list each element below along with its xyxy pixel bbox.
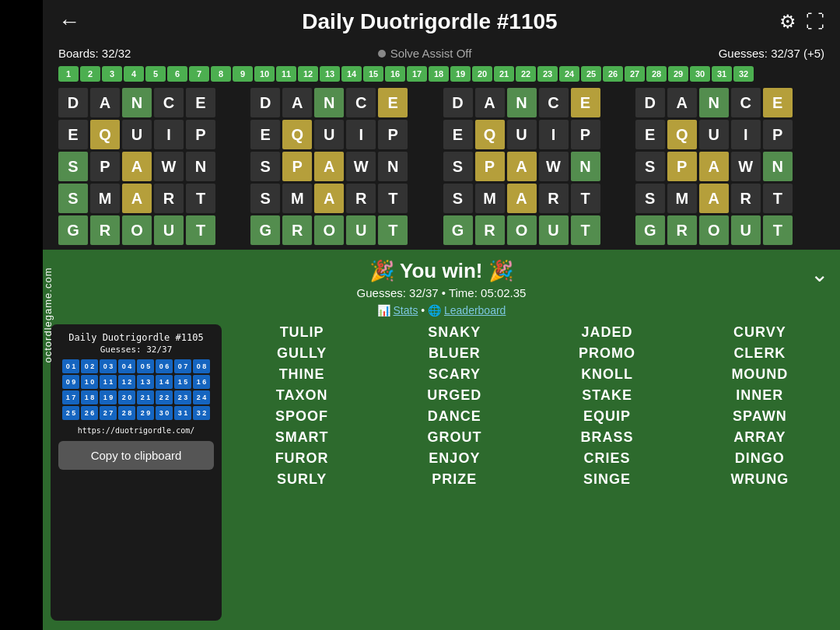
- board-num-8[interactable]: 8: [211, 66, 231, 82]
- mini-cell: 1 6: [193, 375, 210, 389]
- word-item: PRIZE: [382, 471, 527, 488]
- board-num-24[interactable]: 24: [559, 66, 579, 82]
- word-row: EQUIP: [443, 120, 632, 149]
- board-num-23[interactable]: 23: [537, 66, 558, 82]
- word-item: EQUIP: [535, 408, 680, 425]
- board-num-15[interactable]: 15: [363, 66, 383, 82]
- board-num-28[interactable]: 28: [646, 66, 667, 82]
- board-num-9[interactable]: 9: [233, 66, 253, 82]
- letter-cell: R: [731, 184, 761, 213]
- board-num-31[interactable]: 31: [712, 66, 732, 82]
- letter-cell: N: [186, 152, 215, 181]
- word-row: SPAWN: [58, 152, 247, 181]
- word-item: URGED: [382, 387, 527, 404]
- letter-cell: P: [667, 152, 697, 181]
- word-row: SPAWN: [443, 152, 632, 181]
- letter-cell: A: [282, 88, 312, 117]
- fullscreen-icon[interactable]: ⛶: [806, 11, 824, 33]
- board-num-25[interactable]: 25: [581, 66, 601, 82]
- board-num-18[interactable]: 18: [429, 66, 449, 82]
- clipboard-title: Daily Duotrigordle #1105: [68, 332, 203, 343]
- board-num-7[interactable]: 7: [189, 66, 209, 82]
- board-num-2[interactable]: 2: [80, 66, 100, 82]
- board-num-1[interactable]: 1: [58, 66, 79, 82]
- letter-cell: P: [378, 120, 408, 149]
- word-item: BRASS: [535, 429, 680, 446]
- board-num-20[interactable]: 20: [472, 66, 492, 82]
- header: ← Daily Duotrigordle #1105 ⚙ ⛶: [43, 0, 840, 44]
- word-row: DANCE: [635, 88, 824, 117]
- win-title: 🎉 You win! 🎉: [51, 259, 832, 283]
- word-item: MOUND: [688, 366, 832, 383]
- letter-cell: S: [250, 152, 280, 181]
- board-num-11[interactable]: 11: [276, 66, 296, 82]
- word-row: DANCE: [250, 88, 439, 117]
- settings-icon[interactable]: ⚙: [779, 11, 796, 33]
- board-num-32[interactable]: 32: [733, 66, 754, 82]
- word-item: WRUNG: [688, 471, 832, 488]
- word-item: DANCE: [382, 408, 527, 425]
- leaderboard-link[interactable]: Leaderboard: [444, 304, 506, 317]
- board-num-26[interactable]: 26: [603, 66, 623, 82]
- letter-cell: N: [378, 152, 408, 181]
- letter-cell: E: [635, 120, 665, 149]
- letter-cell: G: [58, 215, 88, 245]
- board-num-4[interactable]: 4: [124, 66, 144, 82]
- board-num-22[interactable]: 22: [516, 66, 536, 82]
- word-row: GROUT: [250, 215, 439, 245]
- board-num-30[interactable]: 30: [690, 66, 710, 82]
- mini-grid: 0 10 20 30 40 50 60 70 80 91 01 11 21 31…: [62, 359, 210, 420]
- board-num-17[interactable]: 17: [407, 66, 427, 82]
- win-stats: Guesses: 32/37 • Time: 05:02.35: [51, 286, 832, 299]
- letter-cell: T: [378, 184, 408, 213]
- letter-cell: N: [699, 88, 729, 117]
- main-content: ← Daily Duotrigordle #1105 ⚙ ⛶ Boards: 3…: [43, 0, 840, 630]
- mini-cell: 0 1: [62, 359, 79, 373]
- board-numbers-row: 1234567891011121314151617181920212223242…: [43, 65, 840, 83]
- letter-cell: O: [122, 215, 152, 245]
- boards-count: Boards: 32/32: [58, 47, 131, 60]
- letter-cell: O: [699, 215, 729, 245]
- board-num-21[interactable]: 21: [494, 66, 514, 82]
- letter-cell: C: [346, 88, 376, 117]
- board-num-10[interactable]: 10: [254, 66, 275, 82]
- copy-to-clipboard-button[interactable]: Copy to clipboard: [58, 441, 214, 470]
- board-num-12[interactable]: 12: [298, 66, 318, 82]
- mini-cell: 3 1: [174, 406, 191, 420]
- mini-cell: 1 4: [156, 375, 173, 389]
- board-num-19[interactable]: 19: [450, 66, 471, 82]
- board-num-13[interactable]: 13: [320, 66, 340, 82]
- word-item: SINGE: [535, 471, 680, 488]
- word-row: SPAWN: [635, 152, 824, 181]
- letter-cell: P: [571, 120, 600, 149]
- back-button[interactable]: ←: [58, 9, 80, 34]
- letter-cell: M: [667, 184, 697, 213]
- letter-cell: U: [731, 215, 761, 245]
- stats-link[interactable]: Stats: [394, 304, 418, 317]
- board-num-29[interactable]: 29: [668, 66, 688, 82]
- word-row: SMART: [443, 184, 632, 213]
- letter-cell: S: [635, 184, 665, 213]
- letter-cell: T: [378, 215, 408, 245]
- letter-cell: Q: [475, 120, 505, 149]
- board-num-27[interactable]: 27: [625, 66, 645, 82]
- letter-cell: S: [443, 184, 473, 213]
- word-item: TULIP: [229, 324, 374, 341]
- letter-cell: W: [539, 152, 569, 181]
- board-num-3[interactable]: 3: [102, 66, 122, 82]
- board-num-16[interactable]: 16: [385, 66, 405, 82]
- board-num-14[interactable]: 14: [341, 66, 362, 82]
- clipboard-subtitle: Guesses: 32/37: [100, 345, 173, 355]
- letter-cell: G: [635, 215, 665, 245]
- letter-cell: S: [443, 152, 473, 181]
- letter-cell: R: [475, 215, 505, 245]
- word-row: DANCE: [58, 88, 247, 117]
- clipboard-url: https://duotrigordle.com/: [78, 426, 195, 435]
- letter-cell: P: [475, 152, 505, 181]
- letter-cell: A: [667, 88, 697, 117]
- board-num-5[interactable]: 5: [145, 66, 166, 82]
- word-item: JADED: [535, 324, 680, 341]
- board-num-6[interactable]: 6: [167, 66, 187, 82]
- chevron-down-icon[interactable]: ⌄: [810, 261, 828, 287]
- solve-assist-label: Solve Assist Off: [390, 47, 472, 60]
